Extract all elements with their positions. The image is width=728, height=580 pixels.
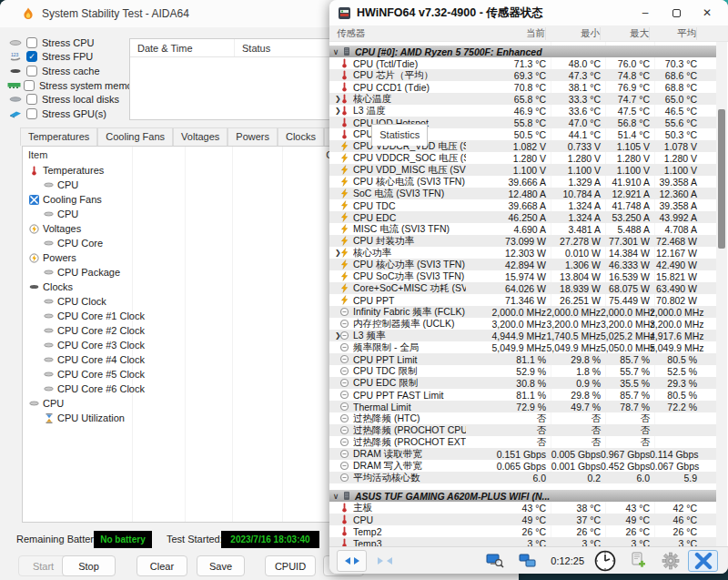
- scrollbar-thumb[interactable]: [718, 109, 725, 249]
- sensor-group-name: ASUS TUF GAMING A620M-PLUS WIFI (N...: [355, 491, 550, 502]
- stress-option-stress-system-memory[interactable]: Stress system memory: [7, 78, 127, 93]
- remote-monitoring-button[interactable]: [512, 550, 542, 572]
- sensor-row[interactable]: CPU VDD_MISC 电压 (SVI3 TFN)1.100 V1.100 V…: [329, 164, 716, 176]
- sensor-row[interactable]: CPU TDC39.668 A1.324 A41.748 A39.358 A: [329, 199, 716, 211]
- sensor-row[interactable]: CPU 芯片（平均）69.3 °C47.3 °C74.8 °C68.6 °C: [329, 69, 716, 81]
- start-button[interactable]: Start: [18, 555, 68, 576]
- settings-button[interactable]: [655, 550, 685, 572]
- sensor-row[interactable]: 过热降频 (PROCHOT CPU)否否否: [329, 424, 716, 436]
- sensor-row[interactable]: ❯L3 频率4,944.9 MHz1,740.5 MHz5,025.2 MHz4…: [329, 330, 716, 341]
- oval-icon: [43, 370, 55, 380]
- memory-icon: [7, 80, 21, 90]
- sensor-group-header[interactable]: ∨CPU [#0]: AMD Ryzen 5 7500F: Enhanced: [329, 46, 716, 57]
- sensor-row[interactable]: 过热降频 (PROCHOT EXT)否否否: [329, 436, 716, 448]
- sensor-min: 37 °C: [546, 514, 601, 525]
- tab-voltages[interactable]: Voltages: [173, 127, 228, 146]
- clock-dial-icon: [339, 413, 350, 423]
- clear-button[interactable]: Clear: [136, 555, 187, 576]
- sensor-row[interactable]: CPU (Tctl/Tdie)71.3 °C48.0 °C76.0 °C70.3…: [329, 57, 716, 69]
- sensor-monitor-button[interactable]: [480, 550, 510, 572]
- sensor-row[interactable]: ❯核心温度65.8 °C33.3 °C74.7 °C65.0 °C: [329, 93, 716, 105]
- sensor-row[interactable]: CPU EDC46.250 A1.324 A53.250 A43.992 A: [329, 211, 716, 223]
- stress-checkbox[interactable]: [26, 94, 37, 105]
- fan-icon: [28, 195, 40, 205]
- tab-temperatures[interactable]: Temperatures: [20, 127, 97, 146]
- close-button[interactable]: ✕: [692, 0, 723, 25]
- log-col-datetime[interactable]: Date & Time: [130, 39, 235, 56]
- sensor-row[interactable]: 内存控制器频率 (UCLK)3,200.0 MHz3,200.0 MHz3,20…: [329, 318, 716, 330]
- sensor-row[interactable]: CPU VDDCR_SOC 电压 (SVI3 TFN)1.280 V1.280 …: [329, 152, 716, 164]
- stress-checkbox[interactable]: [24, 80, 35, 91]
- report-button[interactable]: [622, 550, 652, 572]
- sensor-row[interactable]: CPU 封装功率73.099 W27.278 W77.301 W72.468 W: [329, 235, 716, 247]
- sensor-label: CPU PPT Limit: [353, 354, 466, 365]
- stress-option-stress-cpu[interactable]: Stress CPU: [7, 36, 127, 50]
- sensor-row[interactable]: CPU TDC 限制52.9 %1.8 %55.7 %52.5 %: [329, 365, 716, 377]
- stress-option-stress-fpu[interactable]: 123✓Stress FPU: [7, 50, 127, 65]
- sensor-row[interactable]: SoC 电流 (SVI3 TFN)12.480 A10.784 A12.921 …: [329, 188, 716, 199]
- sensor-avg: 70.3 °C: [650, 58, 697, 69]
- sensor-row[interactable]: CPU 核心功率 (SVI3 TFN)42.894 W1.306 W46.333…: [329, 259, 716, 270]
- sensor-row[interactable]: CPU 核心电流 (SVI3 TFN)39.666 A1.329 A41.910…: [329, 176, 716, 188]
- sensor-current: 15.974 W: [466, 271, 546, 282]
- col-current[interactable]: 当前: [466, 27, 546, 40]
- clock-button[interactable]: [590, 550, 620, 572]
- sensor-row[interactable]: ❯L3 温度46.9 °C33.6 °C47.5 °C46.5 °C: [329, 105, 716, 117]
- sensor-row[interactable]: CPU PPT71.346 W26.251 W75.449 W70.802 W: [329, 294, 716, 306]
- col-min[interactable]: 最小: [546, 27, 601, 40]
- stress-checkbox[interactable]: [26, 66, 37, 76]
- sensor-row[interactable]: 过热降频 (HTC)否否否: [329, 412, 716, 424]
- tab-clocks[interactable]: Clocks: [278, 127, 324, 146]
- stress-checkbox[interactable]: [26, 37, 37, 48]
- sensor-row[interactable]: 平均活动核心数6.00.26.05.9: [329, 472, 716, 483]
- tab-statistics[interactable]: Statistics: [371, 124, 428, 146]
- sensor-row[interactable]: MISC 电流 (SVI3 TFN)4.690 A3.481 A5.488 A4…: [329, 223, 716, 235]
- sensor-row[interactable]: Temp226 °C26 °C26 °C26 °C: [329, 525, 716, 537]
- chevron-down-icon[interactable]: ∨: [329, 47, 342, 56]
- chevron-down-icon[interactable]: ∨: [329, 492, 342, 501]
- tab-cooling-fans[interactable]: Cooling Fans: [97, 127, 173, 146]
- sensor-row[interactable]: CPU PPT Limit81.1 %29.8 %85.7 %80.5 %: [329, 353, 716, 365]
- sensor-row[interactable]: CPU PPT FAST Limit81.1 %29.8 %85.7 %80.5…: [329, 389, 716, 401]
- col-max[interactable]: 最大: [601, 27, 650, 40]
- chevron-right-icon[interactable]: ❯: [329, 249, 336, 257]
- sensor-row[interactable]: Thermal Limit72.9 %49.7 %78.7 %72.2 %: [329, 401, 716, 412]
- col-avg[interactable]: 平均: [650, 27, 697, 40]
- sensor-row[interactable]: CPU EDC 限制30.8 %0.9 %35.5 %29.3 %: [329, 377, 716, 389]
- stress-option-stress-gpu-s-[interactable]: Stress GPU(s): [7, 107, 127, 121]
- sensor-list-scrollbar[interactable]: [716, 42, 727, 546]
- minimize-button[interactable]: –: [630, 0, 661, 25]
- chevron-right-icon[interactable]: ❯: [329, 107, 336, 115]
- chevron-right-icon[interactable]: ❯: [329, 95, 336, 103]
- sensor-row[interactable]: CPU49 °C37 °C49 °C46 °C: [329, 514, 716, 525]
- sensor-row[interactable]: DRAM 读取带宽0.151 Gbps0.005 Gbps0.967 Gbps0…: [329, 448, 716, 460]
- clock-dial-icon: [339, 366, 350, 376]
- sensor-row[interactable]: CPU SoC功率 (SVI3 TFN)15.974 W13.804 W16.5…: [329, 270, 716, 282]
- sensor-row[interactable]: DRAM 写入带宽0.065 Gbps0.001 Gbps0.452 Gbps0…: [329, 460, 716, 472]
- cpuid-button[interactable]: CPUID: [265, 555, 316, 576]
- sensor-current: 6.0: [466, 473, 546, 483]
- sensor-row[interactable]: Infinity Fabric 频率 (FCLK)2,000.0 MHz2,00…: [329, 306, 716, 318]
- sensor-row[interactable]: 主板43 °C38 °C43 °C42 °C: [329, 502, 716, 514]
- col-sensor[interactable]: 传感器: [329, 27, 466, 40]
- lightning-icon: [339, 259, 350, 270]
- log-col-status[interactable]: Status: [235, 43, 270, 54]
- maximize-button[interactable]: [661, 0, 692, 25]
- sensor-row[interactable]: 频率限制 - 全局5,049.9 MHz5,049.9 MHz5,050.0 M…: [329, 341, 716, 353]
- tab-powers[interactable]: Powers: [228, 127, 278, 146]
- sensor-row[interactable]: Temp33 °C3 °C3 °C3 °C: [329, 537, 716, 546]
- hwinfo-titlebar[interactable]: HWiNFO64 v7.32-4900 - 传感器状态 –✕: [329, 0, 728, 25]
- chevron-right-icon[interactable]: ❯: [329, 331, 336, 340]
- sensor-row[interactable]: CPU CCD1 (Tdie)70.8 °C38.1 °C76.9 °C68.8…: [329, 81, 716, 93]
- stress-checkbox[interactable]: ✓: [26, 51, 37, 62]
- stress-option-stress-local-disks[interactable]: Stress local disks: [7, 92, 127, 107]
- close-sensors-button[interactable]: [688, 550, 718, 572]
- history-arrows-button[interactable]: [337, 550, 367, 572]
- save-button[interactable]: Save: [197, 555, 245, 576]
- stress-checkbox[interactable]: [26, 108, 37, 119]
- stress-option-stress-cache[interactable]: Stress cache: [7, 64, 127, 78]
- sensor-row[interactable]: Core+SoC+MISC 功耗 (SVI3 TFN)64.026 W18.93…: [329, 282, 716, 294]
- sensor-row[interactable]: ❯核心功率12.303 W0.010 W14.384 W12.167 W: [329, 247, 716, 259]
- stop-button[interactable]: Stop: [62, 555, 116, 576]
- sensor-group-header[interactable]: ∨ASUS TUF GAMING A620M-PLUS WIFI (N...: [329, 490, 716, 502]
